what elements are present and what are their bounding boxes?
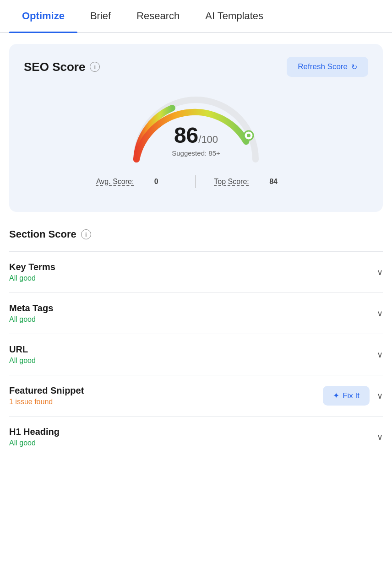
section-item-meta-tags: Meta TagsAll good∨ [9, 292, 383, 334]
section-item-status-meta-tags: All good [9, 315, 377, 324]
section-score-header: Section Score i [9, 228, 383, 240]
avg-score-value: 0 [136, 178, 177, 185]
section-item-right-meta-tags: ∨ [377, 309, 383, 319]
section-item-featured-snippet: Featured Snippet1 issue found✦ Fix It∨ [9, 375, 383, 416]
section-item-status-h1-heading: All good [9, 439, 377, 447]
chevron-down-icon-url[interactable]: ∨ [377, 350, 383, 360]
fix-it-button-featured-snippet[interactable]: ✦ Fix It [323, 386, 370, 406]
nav-tab-brief[interactable]: Brief [77, 0, 124, 32]
gauge-score: 86/100 [172, 125, 220, 146]
section-item-status-key-terms: All good [9, 274, 377, 282]
section-item-title-url: URL [9, 344, 377, 355]
section-item-row-key-terms: Key TermsAll good∨ [9, 262, 383, 282]
chevron-down-icon-featured-snippet[interactable]: ∨ [377, 391, 383, 401]
gauge-container: 86/100 Suggested: 85+ Avg. Score: 0 Top … [24, 86, 368, 188]
section-item-left-url: URLAll good [9, 344, 377, 365]
refresh-score-label: Refresh Score [298, 62, 348, 71]
chevron-down-icon-key-terms[interactable]: ∨ [377, 267, 383, 277]
section-item-right-url: ∨ [377, 350, 383, 360]
nav-tab-optimize[interactable]: Optimize [9, 0, 77, 32]
refresh-score-button[interactable]: Refresh Score ↻ [287, 57, 368, 77]
section-items-list: Key TermsAll good∨Meta TagsAll good∨URLA… [9, 251, 383, 457]
nav-tabs: OptimizeBriefResearchAI Templates [0, 0, 392, 33]
section-score-section: Section Score i Key TermsAll good∨Meta T… [9, 228, 383, 457]
section-item-right-featured-snippet: ✦ Fix It∨ [323, 386, 383, 406]
section-item-title-h1-heading: H1 Heading [9, 427, 377, 437]
chevron-down-icon-h1-heading[interactable]: ∨ [377, 432, 383, 442]
main-content: SEO Score i Refresh Score ↻ [0, 33, 392, 468]
section-item-url: URLAll good∨ [9, 334, 383, 375]
avg-score-label: Avg. Score: [96, 178, 134, 185]
section-item-row-meta-tags: Meta TagsAll good∨ [9, 303, 383, 324]
section-item-left-meta-tags: Meta TagsAll good [9, 303, 377, 324]
section-score-info-icon[interactable]: i [81, 229, 91, 239]
fix-wand-icon: ✦ [333, 391, 339, 401]
section-item-row-h1-heading: H1 HeadingAll good∨ [9, 427, 383, 447]
top-score-label: Top Score: [214, 178, 249, 185]
section-item-title-key-terms: Key Terms [9, 262, 377, 272]
nav-tab-ai-templates[interactable]: AI Templates [192, 0, 276, 32]
score-stats: Avg. Score: 0 Top Score: 84 [78, 175, 314, 188]
section-item-status-featured-snippet: 1 issue found [9, 398, 323, 406]
seo-score-info-icon[interactable]: i [90, 62, 100, 72]
seo-score-header: SEO Score i Refresh Score ↻ [24, 57, 368, 77]
section-item-title-featured-snippet: Featured Snippet [9, 385, 323, 396]
section-item-right-h1-heading: ∨ [377, 432, 383, 442]
chevron-down-icon-meta-tags[interactable]: ∨ [377, 309, 383, 319]
section-item-row-featured-snippet: Featured Snippet1 issue found✦ Fix It∨ [9, 385, 383, 406]
nav-tab-research[interactable]: Research [124, 0, 192, 32]
section-item-left-featured-snippet: Featured Snippet1 issue found [9, 385, 323, 406]
gauge-center-text: 86/100 Suggested: 85+ [172, 125, 220, 157]
section-item-status-url: All good [9, 357, 377, 365]
section-score-title: Section Score [9, 228, 76, 240]
section-item-left-key-terms: Key TermsAll good [9, 262, 377, 282]
section-item-h1-heading: H1 HeadingAll good∨ [9, 416, 383, 457]
section-item-left-h1-heading: H1 HeadingAll good [9, 427, 377, 447]
section-item-key-terms: Key TermsAll good∨ [9, 251, 383, 292]
seo-score-card: SEO Score i Refresh Score ↻ [9, 44, 383, 212]
avg-score-stat: Avg. Score: 0 [78, 178, 195, 186]
top-score-value: 84 [251, 178, 296, 185]
section-item-title-meta-tags: Meta Tags [9, 303, 377, 314]
top-score-stat: Top Score: 84 [196, 178, 314, 186]
section-item-row-url: URLAll good∨ [9, 344, 383, 365]
seo-score-title-group: SEO Score i [24, 60, 100, 74]
gauge-visual: 86/100 Suggested: 85+ [123, 86, 269, 171]
gauge-indicator-inner [247, 134, 250, 137]
seo-score-label: SEO Score [24, 60, 85, 74]
refresh-icon: ↻ [351, 63, 357, 71]
gauge-suggested: Suggested: 85+ [172, 149, 220, 157]
section-item-right-key-terms: ∨ [377, 267, 383, 277]
